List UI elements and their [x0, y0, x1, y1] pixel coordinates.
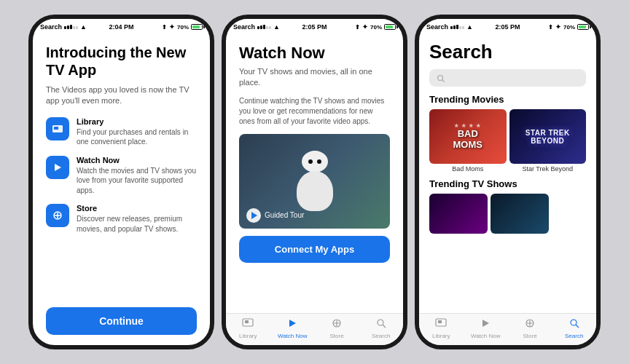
video-thumbnail[interactable]: Guided Tour: [239, 134, 390, 229]
status-app-label-1: Search: [40, 23, 62, 31]
phone-2: Search ▲ 2:05 PM ⬆ ✦ 70% Watch Now Your …: [222, 15, 407, 349]
watchnow-section: Watch Now Your TV shows and movies, all …: [226, 33, 403, 313]
status-right-3: ⬆ ✦ 70%: [548, 23, 589, 31]
svg-point-12: [378, 320, 383, 325]
baymax-figure: [297, 151, 333, 211]
watchnow-tab-label-3: Watch Now: [471, 333, 501, 339]
library-text: Library Find your purchases and rentals …: [77, 117, 197, 147]
tv-shows-row: [429, 194, 586, 234]
library-tab-label-2: Library: [239, 333, 257, 339]
battery-pct-1: 70%: [177, 24, 189, 31]
wifi-icon-1: ▲: [80, 23, 87, 31]
connect-apps-button[interactable]: Connect My Apps: [239, 236, 390, 263]
video-play-overlay[interactable]: Guided Tour: [246, 208, 304, 223]
watchnow-tab-label-2: Watch Now: [278, 333, 308, 339]
svg-rect-17: [438, 320, 442, 323]
store-tab-icon-3: [524, 318, 536, 331]
status-time-1: 2:04 PM: [109, 23, 133, 31]
battery-pct-2: 70%: [370, 24, 382, 31]
feature-watchnow: Watch Now Watch the movies and TV shows …: [46, 156, 197, 196]
battery-pct-3: 70%: [563, 24, 575, 31]
intro-subtitle: The Videos app you loved is now the TV a…: [46, 84, 197, 107]
library-name: Library: [77, 117, 197, 126]
search-magnifier-icon: [437, 74, 445, 82]
status-bar-2: Search ▲ 2:05 PM ⬆ ✦ 70%: [226, 19, 403, 33]
library-tab-label-3: Library: [432, 333, 450, 339]
store-tab-icon-2: [331, 318, 343, 331]
library-tab-icon-3: [435, 318, 447, 331]
phone-3: Search ▲ 2:05 PM ⬆ ✦ 70% Search: [415, 15, 601, 349]
movies-grid: ★ ★ ★ ★ BADMOMS Bad Moms STAR TREKBEYOND: [429, 109, 586, 173]
tab-search-3[interactable]: Search: [560, 318, 589, 339]
intro-section: Introducing the New TV App The Videos ap…: [33, 33, 210, 303]
watchnow-body: Continue watching the TV shows and movie…: [239, 96, 390, 127]
wifi-icon-2: ▲: [273, 23, 280, 31]
store-text: Store Discover new releases, premium mov…: [77, 204, 197, 234]
status-right-1: ⬆ ✦ 70%: [162, 23, 203, 31]
search-tab-icon-2: [376, 318, 386, 331]
svg-point-22: [571, 320, 577, 325]
svg-line-13: [383, 325, 386, 328]
search-input[interactable]: [449, 74, 579, 82]
bad-moms-title: BADMOMS: [453, 129, 483, 150]
battery-icon-1: [191, 24, 203, 30]
store-icon: [46, 204, 69, 227]
library-tab-icon-2: [242, 318, 254, 331]
battery-icon-3: [577, 24, 589, 30]
tab-store-2[interactable]: Store: [322, 318, 351, 339]
bad-moms-image: ★ ★ ★ ★ BADMOMS: [429, 109, 507, 164]
tab-watchnow-3[interactable]: Watch Now: [471, 318, 501, 339]
bad-moms-poster[interactable]: ★ ★ ★ ★ BADMOMS: [429, 109, 507, 164]
signal-icon-2: [257, 25, 271, 29]
watchnow-tab-icon-2: [286, 318, 298, 331]
tab-search-2[interactable]: Search: [367, 318, 396, 339]
svg-rect-7: [245, 320, 249, 323]
arrow-icon-2: ⬆: [355, 24, 360, 31]
status-time-3: 2:05 PM: [495, 23, 520, 31]
tab-bar-3: Library Watch Now Store Search: [419, 313, 596, 345]
trending-movies-heading: Trending Movies: [429, 94, 586, 105]
watchnow-name: Watch Now: [77, 156, 197, 165]
tv-show-2[interactable]: [491, 194, 549, 234]
store-desc: Discover new releases, premium movies, a…: [77, 214, 197, 234]
bad-moms-label: Bad Moms: [429, 165, 507, 173]
bluetooth-icon-3: ✦: [555, 23, 561, 31]
tab-library-2[interactable]: Library: [233, 318, 262, 339]
feature-store: Store Discover new releases, premium mov…: [46, 204, 197, 234]
play-triangle-icon: [251, 212, 257, 219]
star-trek-title: STAR TREKBEYOND: [526, 129, 570, 145]
wifi-icon-3: ▲: [466, 23, 473, 31]
bluetooth-icon-2: ✦: [362, 23, 368, 31]
star-trek-label: Star Trek Beyond: [509, 165, 587, 173]
status-left-1: Search ▲: [40, 23, 87, 31]
movie-star-trek[interactable]: STAR TREKBEYOND Star Trek Beyond: [509, 109, 587, 173]
store-tab-label-3: Store: [523, 333, 537, 339]
status-bar-1: Search ▲ 2:04 PM ⬆ ✦ 70%: [33, 19, 210, 33]
svg-line-15: [442, 80, 445, 82]
search-bar[interactable]: [429, 69, 586, 87]
svg-marker-2: [55, 164, 61, 171]
intro-title: Introducing the New TV App: [46, 44, 197, 79]
bluetooth-icon-1: ✦: [169, 23, 175, 31]
status-app-label-2: Search: [233, 23, 255, 31]
trending-tv-heading: Trending TV Shows: [429, 178, 586, 189]
store-tab-label-2: Store: [330, 333, 344, 339]
search-tab-label-2: Search: [372, 333, 390, 339]
watchnow-text: Watch Now Watch the movies and TV shows …: [77, 156, 197, 196]
tab-library-3[interactable]: Library: [426, 318, 456, 339]
baymax-body: [297, 171, 333, 211]
tab-watchnow-2[interactable]: Watch Now: [278, 318, 308, 339]
tab-store-3[interactable]: Store: [515, 318, 544, 339]
phone2-content: Watch Now Your TV shows and movies, all …: [226, 33, 403, 345]
play-button[interactable]: [246, 208, 261, 223]
tv-show-1[interactable]: [429, 194, 488, 234]
continue-button[interactable]: Continue: [46, 307, 197, 335]
watchnow-tagline: Your TV shows and movies, all in one pla…: [239, 66, 390, 89]
star-trek-image: STAR TREKBEYOND: [509, 109, 587, 164]
movie-bad-moms[interactable]: ★ ★ ★ ★ BADMOMS Bad Moms: [429, 109, 507, 173]
store-name: Store: [77, 204, 197, 213]
feature-library: Library Find your purchases and rentals …: [46, 117, 197, 147]
signal-icon-1: [64, 25, 78, 29]
search-section: Search Trending Movies ★ ★ ★ ★ BADMOMS: [419, 33, 596, 313]
star-trek-poster[interactable]: STAR TREKBEYOND: [509, 109, 587, 164]
